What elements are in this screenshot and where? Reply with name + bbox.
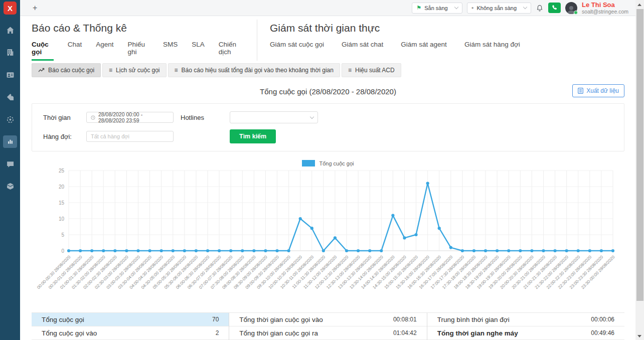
monitoring-tabs: Giám sát cuộc gọi Giám sát chat Giám sát…: [270, 41, 624, 53]
svg-text:10: 10: [59, 216, 65, 222]
stat-value: 00:08:01: [393, 316, 417, 323]
stat-label: Tổng cuộc gọi vào: [42, 329, 97, 337]
notifications-bell-button[interactable]: [536, 4, 544, 12]
tab-monitor-chat[interactable]: Giám sát chat: [342, 41, 383, 53]
status-not-ready-label: Không sẵn sàng: [477, 5, 517, 11]
list-icon: ≡: [175, 67, 178, 73]
chat-icon: [6, 160, 15, 168]
calls-line-chart: 051015202500:00-00:30 28/08/202000:30-01…: [32, 167, 624, 296]
call-report-label: Báo cáo cuộc gọi: [48, 67, 94, 74]
tab-agent[interactable]: Agent: [96, 41, 113, 61]
user-avatar[interactable]: [565, 2, 577, 14]
legend-label: Tổng cuộc gọi: [319, 160, 354, 166]
main-content: Báo cáo & Thống kê Cuộc gọi Chat Agent P…: [20, 17, 635, 340]
sidebar-item-chat[interactable]: [0, 153, 20, 176]
call-history-label: Lịch sử cuộc gọi: [116, 67, 159, 74]
tab-calls[interactable]: Cuộc gọi: [32, 41, 54, 61]
acd-performance-button[interactable]: ≡ Hiệu suất ACD: [342, 63, 401, 77]
tab-sms[interactable]: SMS: [163, 41, 178, 61]
tag-icon: [6, 93, 15, 101]
tab-monitor-queue[interactable]: Giám sát hàng đợi: [464, 41, 520, 53]
stat-row-talk-time[interactable]: Tổng thời gian nghe máy 00:49:46: [427, 326, 624, 340]
tab-tickets[interactable]: Phiếu ghi: [127, 41, 149, 61]
chevron-down-icon: [310, 114, 314, 118]
chevron-down-icon: [523, 5, 527, 9]
bell-icon: [536, 4, 544, 12]
sidebar-item-tags[interactable]: [0, 86, 20, 109]
queue-input[interactable]: [86, 131, 174, 142]
target-icon: [6, 115, 15, 124]
trend-line-icon: [38, 68, 45, 73]
contact-card-icon: [6, 71, 15, 79]
time-filter-label: Thời gian: [43, 114, 79, 121]
list-icon: ≡: [109, 67, 112, 73]
filter-panel: Thời gian 28/08/2020 00:00 - 28/08/2020 …: [32, 103, 624, 151]
user-info[interactable]: Le Thi Soa soalt@stringee.com: [582, 2, 628, 15]
stat-row-outbound-duration[interactable]: Tổng thời gian cuộc gọi ra 01:04:42: [229, 326, 426, 340]
tab-campaign[interactable]: Chiến dịch: [219, 41, 243, 61]
chart-legend: Tổng cuộc gọi: [32, 160, 624, 166]
scroll-up-arrow-icon[interactable]: [637, 4, 641, 6]
gray-dot-icon: ●: [471, 6, 474, 10]
home-icon: [6, 26, 15, 35]
clock-icon: [91, 115, 95, 120]
page-title-monitoring: Giám sát thời gian thực: [270, 20, 624, 34]
inbound-performance-label: Báo cáo hiệu suất tổng đài gọi vào theo …: [182, 67, 334, 74]
app-logo[interactable]: X: [4, 2, 17, 15]
svg-text:5: 5: [61, 232, 64, 238]
section-headers: Báo cáo & Thống kê Cuộc gọi Chat Agent P…: [32, 20, 624, 61]
hotlines-select[interactable]: [230, 111, 318, 123]
svg-text:20: 20: [59, 184, 65, 190]
call-report-button[interactable]: Báo cáo cuộc gọi: [32, 63, 101, 77]
stat-label: Tổng cuộc gọi: [42, 316, 84, 323]
scroll-down-arrow-icon[interactable]: [637, 335, 641, 337]
stat-row-total-calls[interactable]: Tổng cuộc gọi 70: [32, 313, 229, 326]
svg-text:0: 0: [61, 248, 64, 254]
stat-row-inbound-calls[interactable]: Tổng cuộc gọi vào 2: [32, 326, 229, 340]
sidebar-item-company[interactable]: [0, 42, 20, 64]
call-history-button[interactable]: ≡ Lịch sử cuộc gọi: [102, 63, 166, 77]
stat-label: Tổng thời gian cuộc gọi ra: [239, 329, 318, 337]
sidebar-item-integrations[interactable]: [0, 176, 20, 198]
export-data-label: Xuất dữ liệu: [586, 87, 619, 94]
stat-value: 00:00:06: [591, 316, 614, 323]
sidebar-item-campaign[interactable]: [0, 108, 20, 131]
scrollbar-thumb[interactable]: [636, 9, 643, 301]
app-logo-letter: X: [8, 4, 13, 13]
call-button[interactable]: [548, 3, 561, 13]
legend-swatch: [302, 160, 315, 166]
status-ready-label: Sẵn sàng: [424, 5, 447, 11]
chevron-down-icon: [454, 5, 458, 9]
sidebar-item-contacts[interactable]: [0, 64, 20, 86]
tab-monitor-calls[interactable]: Giám sát cuộc gọi: [270, 41, 324, 53]
search-button[interactable]: Tìm kiếm: [230, 129, 276, 143]
tab-chat[interactable]: Chat: [68, 41, 82, 61]
export-data-button[interactable]: Xuất dữ liệu: [572, 84, 624, 97]
sidebar-item-home[interactable]: [0, 19, 20, 42]
phone-icon: [551, 5, 558, 11]
page-title-reports: Báo cáo & Thống kê: [32, 20, 257, 34]
stat-label: Tổng thời gian cuộc gọi vào: [239, 316, 323, 323]
sidebar: X: [0, 0, 20, 340]
queue-filter-label: Hàng đợi:: [43, 133, 79, 140]
stat-value: 70: [212, 316, 219, 323]
sidebar-item-reports[interactable]: [0, 131, 20, 153]
status-ready-select[interactable]: ⚑ Sẵn sàng: [412, 3, 462, 14]
status-not-ready-select[interactable]: ● Không sẵn sàng: [467, 3, 531, 14]
vertical-scrollbar[interactable]: [635, 0, 644, 340]
tab-monitor-agent[interactable]: Giám sát agent: [401, 41, 447, 53]
online-status-dot: [574, 11, 578, 15]
report-type-buttons: Báo cáo cuộc gọi ≡ Lịch sử cuộc gọi ≡ Bá…: [32, 63, 624, 77]
inbound-performance-button[interactable]: ≡ Báo cáo hiệu suất tổng đài gọi vào the…: [168, 63, 340, 77]
user-email: soalt@stringee.com: [582, 9, 628, 15]
stat-row-avg-wait[interactable]: Trung bình thời gian đợi 00:00:06: [427, 313, 624, 326]
tab-sla[interactable]: SLA: [192, 41, 205, 61]
stat-row-inbound-duration[interactable]: Tổng thời gian cuộc gọi vào 00:08:01: [229, 313, 426, 326]
acd-performance-label: Hiệu suất ACD: [355, 67, 395, 74]
bar-chart-icon: [7, 138, 14, 145]
summary-stats-table: Tổng cuộc gọi 70 Tổng cuộc gọi vào 2 Tổn…: [32, 312, 624, 340]
svg-text:15: 15: [59, 200, 65, 206]
new-tab-button[interactable]: +: [33, 4, 37, 12]
svg-text:25: 25: [59, 168, 65, 174]
date-range-input[interactable]: 28/08/2020 00:00 - 28/08/2020 23:59: [86, 112, 174, 123]
